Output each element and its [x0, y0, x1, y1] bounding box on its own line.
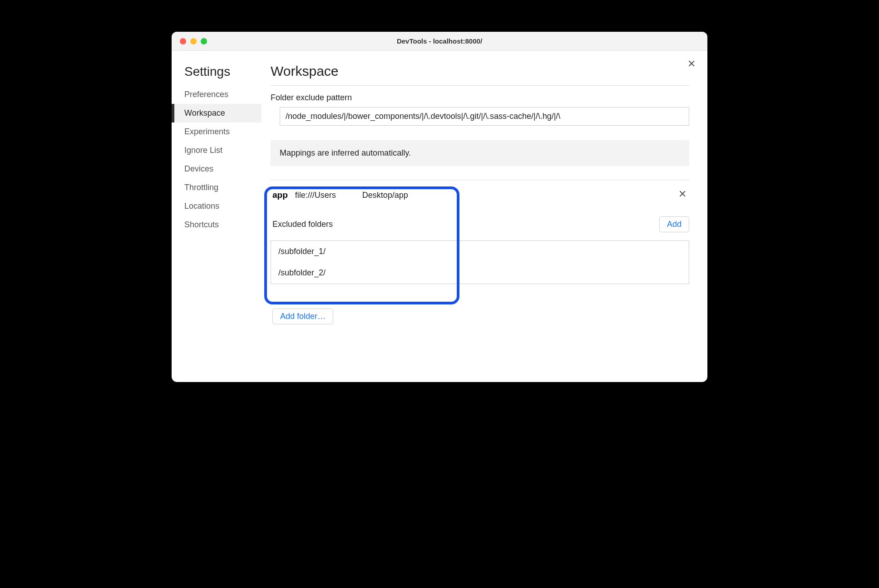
sidebar-item-experiments[interactable]: Experiments: [172, 122, 262, 141]
window-title: DevTools - localhost:8000/: [172, 37, 707, 45]
window-close-button[interactable]: [180, 38, 186, 44]
workspace-folder-entry: app file:///UsersDesktop/app ✕ Excluded …: [271, 187, 689, 324]
workspace-entry-header: app file:///UsersDesktop/app ✕: [271, 187, 689, 200]
workspace-folder-path: file:///UsersDesktop/app: [295, 191, 408, 200]
sidebar-title: Settings: [172, 64, 262, 85]
settings-content: Settings Preferences Workspace Experimen…: [172, 51, 707, 382]
window-titlebar: DevTools - localhost:8000/: [172, 32, 707, 51]
workspace-folder-name: app: [272, 190, 288, 200]
sidebar-item-shortcuts[interactable]: Shortcuts: [172, 216, 262, 234]
sidebar-item-workspace[interactable]: Workspace: [172, 104, 262, 122]
sidebar-item-preferences[interactable]: Preferences: [172, 85, 262, 104]
sidebar-item-locations[interactable]: Locations: [172, 197, 262, 216]
remove-workspace-button[interactable]: ✕: [678, 189, 686, 199]
settings-main-panel: ✕ Workspace Folder exclude pattern Mappi…: [262, 51, 707, 382]
mappings-info-banner: Mappings are inferred automatically.: [271, 140, 689, 166]
window-minimize-button[interactable]: [190, 38, 197, 44]
sidebar-item-throttling[interactable]: Throttling: [172, 178, 262, 197]
excluded-folders-list: /subfolder_1/ /subfolder_2/: [271, 240, 689, 284]
settings-sidebar: Settings Preferences Workspace Experimen…: [172, 51, 262, 382]
sidebar-item-devices[interactable]: Devices: [172, 160, 262, 178]
window-maximize-button[interactable]: [201, 38, 207, 44]
add-folder-row: Add folder…: [271, 309, 689, 324]
exclude-pattern-input[interactable]: [280, 107, 689, 126]
excluded-folder-item[interactable]: /subfolder_1/: [271, 241, 689, 262]
excluded-folders-row: Excluded folders Add: [271, 216, 689, 232]
sidebar-item-ignore-list[interactable]: Ignore List: [172, 141, 262, 160]
traffic-lights: [172, 38, 207, 44]
excluded-folder-item[interactable]: /subfolder_2/: [271, 262, 689, 284]
workspace-path-prefix: file:///Users: [295, 191, 336, 200]
excluded-folders-label: Excluded folders: [272, 220, 333, 229]
section-divider: [271, 180, 689, 180]
exclude-pattern-label: Folder exclude pattern: [271, 93, 689, 103]
add-excluded-button[interactable]: Add: [659, 216, 689, 232]
panel-title: Workspace: [271, 64, 689, 86]
add-folder-button[interactable]: Add folder…: [272, 309, 333, 324]
devtools-window: DevTools - localhost:8000/ Settings Pref…: [172, 32, 707, 382]
workspace-path-suffix: Desktop/app: [362, 191, 408, 200]
close-settings-button[interactable]: ✕: [687, 59, 696, 69]
